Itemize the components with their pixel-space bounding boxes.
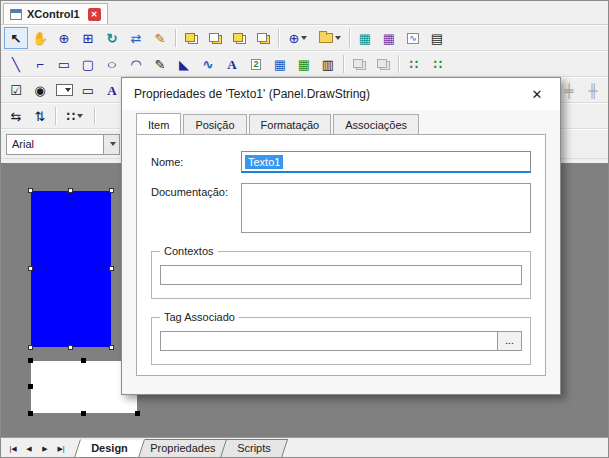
refresh-icon: ↻ [107,32,118,45]
zoom-in-button[interactable]: ⊕ [52,27,76,49]
toolbar-separator [94,107,95,125]
selection-handle[interactable] [81,411,86,416]
tab-scripts[interactable]: Scripts [220,439,288,458]
distribute-dots-icon: ∷ [434,58,442,71]
dialog-tab-formatacao[interactable]: Formatação [249,114,332,135]
dialog-title-bar[interactable]: Propriedades de 'Texto1' (Panel.DrawStri… [122,78,560,110]
selection-handle[interactable] [28,188,33,193]
curve-tool-button[interactable]: ∿ [196,53,220,75]
selection-handle[interactable] [28,345,33,350]
arc-tool-button[interactable]: ◠ [124,53,148,75]
table-icon: ▦ [298,58,310,71]
scale-control-button[interactable]: ▥ [316,53,340,75]
text-tool-button[interactable]: A [220,53,244,75]
polyline-tool-button[interactable]: ⌐ [28,53,52,75]
dialog-tab-item[interactable]: Item [136,113,181,134]
line-tool-button[interactable]: ╲ [4,53,28,75]
tag-associado-input[interactable] [160,331,498,351]
selection-handle[interactable] [109,188,114,193]
selection-handle[interactable] [81,358,86,363]
contextos-input[interactable] [160,265,522,285]
zoom-area-button[interactable]: ⊞ [76,27,100,49]
ellipse-tool-button[interactable]: ○ [100,53,124,75]
hand-icon: ✋ [32,32,48,45]
picture-tool-button[interactable]: ▦ [268,53,292,75]
tab-design[interactable]: Design [74,439,145,458]
space-vertical-button[interactable]: ⇅ [28,105,52,127]
dialog-tab-associacoes-label: Associações [345,119,407,131]
documentacao-input[interactable] [241,183,531,233]
send-backward-button[interactable] [251,27,275,49]
selection-handle[interactable] [68,188,73,193]
links-button[interactable]: ⇄ [124,27,148,49]
library-button[interactable]: ▦ [353,27,377,49]
selection-handle[interactable] [109,345,114,350]
tab-close-button[interactable]: ✕ [88,8,101,21]
tag-browse-button[interactable]: ... [498,331,522,351]
arc-icon: ◠ [130,58,141,71]
selection-handle[interactable] [68,345,73,350]
tab-scroll-prev-button[interactable]: ◀ [21,441,37,457]
pan-tool-button[interactable]: ✋ [28,27,52,49]
send-to-back-button[interactable] [203,27,227,49]
align-objects-button[interactable]: ∷ [402,53,426,75]
ungroup-button[interactable] [371,53,395,75]
dialog-tab-associacoes[interactable]: Associações [333,114,419,135]
combobox-icon [56,84,73,96]
report-button[interactable]: ▤ [425,27,449,49]
space-horizontal-icon: ⇆ [11,110,22,123]
grid-control-button[interactable]: ▦ [292,53,316,75]
font-dropdown-button[interactable] [103,135,119,154]
dialog-tab-strip: Item Posição Formatação Associações [122,110,560,134]
combobox-control-button[interactable] [52,79,76,101]
tab-propriedades-label: Propriedades [150,442,215,454]
group-button[interactable] [347,53,371,75]
checkbox-control-button[interactable]: ☑ [4,79,28,101]
tab-design-label: Design [91,442,128,454]
distribute-objects-button[interactable]: ∷ [426,53,450,75]
chart-button[interactable]: ∿ [401,27,425,49]
font-family-select[interactable]: Arial [6,134,120,155]
selection-handle[interactable] [109,266,114,271]
gallery-button[interactable]: ▦ [377,27,401,49]
nome-input[interactable]: Texto1 [241,151,531,173]
open-dropdown-button[interactable] [314,27,346,49]
ungroup-icon [377,59,390,70]
polygon-icon: ◣ [179,58,189,71]
stretch-vertical-button[interactable]: ╫ [581,79,605,101]
rectangle-tool-button[interactable]: ▭ [52,53,76,75]
tab-scroll-last-button[interactable]: ▶| [53,441,69,457]
application-window: XControl1 ✕ ↖ ✋ ⊕ ⊞ ↻ ⇄ ✎ ⊕ ▦ ▦ ∿ ▤ ╲ ⌐ … [0,0,609,458]
stretch-horizontal-icon: ╪ [564,84,573,97]
tab-propriedades[interactable]: Propriedades [133,439,233,458]
dropdown-arrow-icon [335,36,341,40]
document-tab-xcontrol1[interactable]: XControl1 ✕ [3,3,108,24]
folder-icon [319,33,333,43]
selection-handle[interactable] [28,384,33,389]
polygon-tool-button[interactable]: ◣ [172,53,196,75]
bring-forward-button[interactable] [227,27,251,49]
refresh-button[interactable]: ↻ [100,27,124,49]
select-tool-button[interactable]: ↖ [4,27,28,49]
selection-handle[interactable] [28,266,33,271]
display-tool-button[interactable]: 2 [244,53,268,75]
canvas-blue-rectangle[interactable] [31,191,111,347]
zoom-dropdown-button[interactable]: ⊕ [282,27,314,49]
nome-label: Nome: [151,156,241,168]
dialog-close-button[interactable]: ✕ [526,83,548,105]
pencil-tool-button[interactable]: ✎ [148,53,172,75]
tab-scroll-first-button[interactable]: |◀ [5,441,21,457]
grid-dropdown-button[interactable]: ∷ [59,105,91,127]
radio-control-button[interactable]: ◉ [28,79,52,101]
dialog-tab-posicao[interactable]: Posição [183,114,246,135]
rectangle-icon: ▭ [58,58,70,71]
selection-handle[interactable] [28,358,33,363]
button-control-button[interactable]: ▭ [76,79,100,101]
bring-to-front-button[interactable] [179,27,203,49]
tab-scroll-next-button[interactable]: ▶ [37,441,53,457]
rounded-rectangle-tool-button[interactable]: ▢ [76,53,100,75]
edit-script-button[interactable]: ✎ [148,27,172,49]
space-horizontal-button[interactable]: ⇆ [4,105,28,127]
selection-handle[interactable] [135,411,140,416]
selection-handle[interactable] [28,411,33,416]
